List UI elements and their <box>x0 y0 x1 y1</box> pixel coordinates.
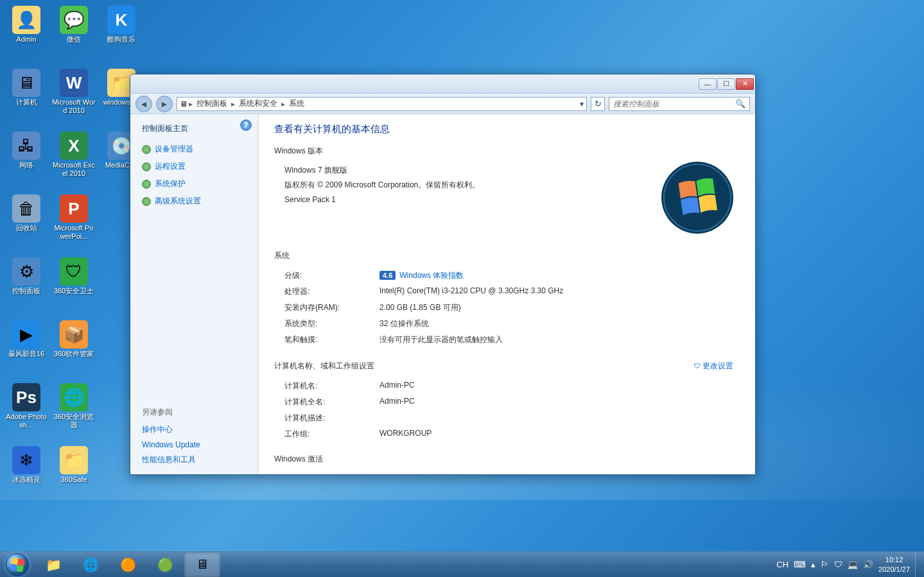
desktop-icon-label: Microsoft PowerPoi... <box>52 224 96 241</box>
cfull-label: 计算机全名: <box>284 397 379 408</box>
tray-shield-icon[interactable]: 🛡 <box>834 560 842 569</box>
cpu-label: 处理器: <box>284 286 379 297</box>
desktop-icon[interactable]: 🖥计算机 <box>3 66 49 126</box>
desktop-icon[interactable]: 🖧网络 <box>3 129 49 189</box>
activation-heading: Windows 激活 <box>274 454 740 465</box>
search-input[interactable] <box>613 99 735 108</box>
app-icon: 👤 <box>12 6 40 34</box>
desktop-icon[interactable]: ❄冰冻精灵 <box>3 444 49 504</box>
wei-link[interactable]: Windows 体验指数 <box>399 271 464 280</box>
app-icon: ⚙ <box>12 257 40 286</box>
breadcrumb[interactable]: 系统和安全 <box>236 98 280 109</box>
wei-score: 4.6 <box>379 271 396 280</box>
desktop-icon-label: 回收站 <box>16 224 37 232</box>
app-icon: X <box>60 132 88 160</box>
desktop-icon-label: 网络 <box>19 161 33 169</box>
wg-label: 工作组: <box>284 429 379 440</box>
tray-network-icon[interactable]: 💻 <box>848 560 858 569</box>
tray-up-icon[interactable]: ▴ <box>811 560 815 569</box>
sidebar-item-advanced[interactable]: 高级系统设置 <box>142 196 258 207</box>
search-box[interactable]: 🔍 <box>609 97 750 111</box>
desktop-icon[interactable]: 📁360Safe <box>51 444 97 504</box>
app-icon: 📁 <box>60 446 88 474</box>
desktop-icon[interactable]: K酷狗音乐 <box>98 3 144 64</box>
app-icon: K <box>107 6 135 34</box>
windows-orb-icon <box>6 553 29 576</box>
system-heading: 系统 <box>274 250 740 261</box>
app-icon: P <box>60 194 88 223</box>
taskbar-360[interactable]: 🟢 <box>147 553 183 577</box>
desktop-icon-label: Admin <box>16 35 36 44</box>
pen-value: 没有可用于此显示器的笔或触控输入 <box>379 334 740 345</box>
sidebar-item-remote[interactable]: 远程设置 <box>142 161 258 172</box>
desktop-icon[interactable]: ▶暴风影音16 <box>3 318 49 378</box>
tray-flag-icon[interactable]: 🏳 <box>821 560 829 569</box>
type-value: 32 位操作系统 <box>379 318 740 329</box>
desktop-icon-label: Microsoft Excel 2010 <box>52 161 96 178</box>
start-button[interactable] <box>0 552 35 578</box>
taskbar-ie[interactable]: 🌐 <box>73 553 109 577</box>
system-properties-window: — ☐ ✕ ◄ ► 🖥 ▸ 控制面板 ▸ 系统和安全 ▸ 系统 ▾ ↻ 🔍 ? … <box>130 74 756 475</box>
desktop-icon[interactable]: PMicrosoft PowerPoi... <box>51 192 97 252</box>
ime-indicator[interactable]: CH <box>776 560 789 569</box>
control-panel-icon: 🖥 <box>180 99 187 108</box>
maximize-button[interactable]: ☐ <box>717 78 735 90</box>
type-label: 系统类型: <box>284 318 379 329</box>
refresh-button[interactable]: ↻ <box>591 97 605 111</box>
minimize-button[interactable]: — <box>699 78 717 90</box>
see-also-action-center[interactable]: 操作中心 <box>142 424 258 435</box>
search-icon[interactable]: 🔍 <box>735 99 745 108</box>
desktop-icon-label: Adobe Photosh... <box>4 413 48 429</box>
tray-volume-icon[interactable]: 🔊 <box>863 560 873 569</box>
app-icon: 🖥 <box>12 69 40 97</box>
address-bar[interactable]: 🖥 ▸ 控制面板 ▸ 系统和安全 ▸ 系统 ▾ <box>177 97 587 111</box>
desktop-icon-label: 控制面板 <box>12 287 40 295</box>
show-desktop-button[interactable] <box>915 552 924 578</box>
app-icon: 🛡 <box>60 257 88 286</box>
desktop-icon-label: 360安全浏览器 <box>52 413 96 429</box>
forward-button[interactable]: ► <box>156 96 173 112</box>
breadcrumb[interactable]: 系统 <box>286 98 307 109</box>
help-icon[interactable]: ? <box>240 119 252 131</box>
cname-value: Admin-PC <box>379 381 740 392</box>
desktop-icon[interactable]: 📦360软件管家 <box>51 318 97 378</box>
see-also-performance[interactable]: 性能信息和工具 <box>142 454 258 465</box>
close-button[interactable]: ✕ <box>736 78 754 90</box>
addr-dropdown-icon[interactable]: ▾ <box>580 99 584 108</box>
taskbar-explorer[interactable]: 📁 <box>35 553 71 577</box>
desktop-icon[interactable]: 💬微信 <box>51 3 97 64</box>
desktop-icon[interactable]: PsAdobe Photosh... <box>3 381 49 441</box>
cpu-value: Intel(R) Core(TM) i3-2120 CPU @ 3.30GHz … <box>379 286 740 297</box>
date-text: 2020/1/27 <box>878 565 910 574</box>
desktop-icon[interactable]: WMicrosoft Word 2010 <box>51 66 97 126</box>
taskbar-wmp[interactable]: 🟠 <box>110 553 146 577</box>
windows-logo <box>659 159 736 236</box>
desktop-icon[interactable]: 👤Admin <box>3 3 49 64</box>
tray-keyboard-icon[interactable]: ⌨ <box>794 560 806 569</box>
see-also-windows-update[interactable]: Windows Update <box>142 440 258 449</box>
taskbar-system-window[interactable]: 🖥 <box>184 553 220 577</box>
sidebar-item-device-manager[interactable]: 设备管理器 <box>142 144 258 155</box>
back-button[interactable]: ◄ <box>135 96 152 112</box>
shield-icon <box>142 145 151 154</box>
ram-value: 2.00 GB (1.85 GB 可用) <box>379 302 740 313</box>
sidebar-item-protection[interactable]: 系统保护 <box>142 178 258 189</box>
desktop-icon[interactable]: ⚙控制面板 <box>3 255 49 315</box>
desktop-icon[interactable]: 🗑回收站 <box>3 192 49 252</box>
app-icon: 💬 <box>60 6 88 34</box>
desktop-icon[interactable]: 🛡360安全卫士 <box>51 255 97 315</box>
desktop-icon[interactable]: XMicrosoft Excel 2010 <box>51 129 97 189</box>
desktop-icon[interactable]: 🌐360安全浏览器 <box>51 381 97 441</box>
clock[interactable]: 10:12 2020/1/27 <box>878 555 910 574</box>
rating-label: 分级: <box>284 270 379 281</box>
system-tray: CH ⌨ ▴ 🏳 🛡 💻 🔊 10:12 2020/1/27 <box>771 555 915 574</box>
app-icon: 🗑 <box>12 194 40 223</box>
app-icon: 🌐 <box>60 383 88 411</box>
cfull-value: Admin-PC <box>379 397 740 408</box>
nav-row: ◄ ► 🖥 ▸ 控制面板 ▸ 系统和安全 ▸ 系统 ▾ ↻ 🔍 <box>130 94 755 114</box>
desktop-icon-label: 微信 <box>67 35 81 44</box>
breadcrumb[interactable]: 控制面板 <box>194 98 230 109</box>
titlebar[interactable]: — ☐ ✕ <box>130 74 755 94</box>
change-settings-link[interactable]: 更改设置 <box>693 361 733 372</box>
page-title: 查看有关计算机的基本信息 <box>274 123 740 135</box>
